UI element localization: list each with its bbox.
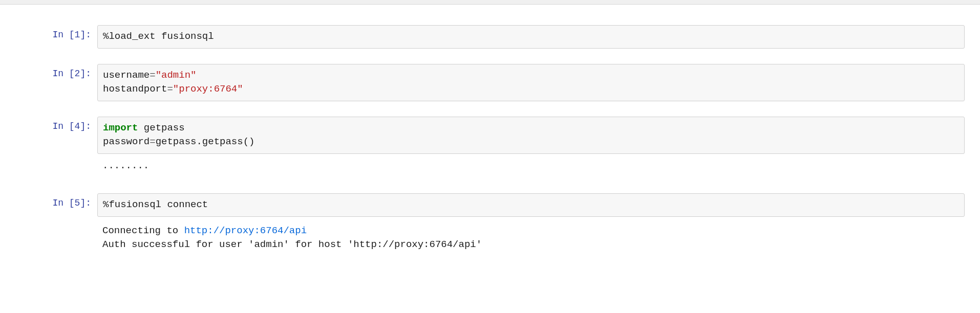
window-top-bar [0, 0, 980, 5]
output-text: ········ [97, 158, 965, 178]
input-prompt: In [5]: [41, 193, 97, 208]
output-cell: . Connecting to http://proxy:6764/api Au… [0, 221, 980, 255]
input-prompt: In [2]: [41, 64, 97, 79]
code-token-name: password [103, 136, 150, 147]
code-token-name: username [103, 70, 150, 81]
code-token-space [156, 31, 161, 42]
code-token-name: getpass [144, 122, 185, 133]
output-link[interactable]: http://proxy:6764/api [184, 225, 307, 236]
code-cell[interactable]: In [1]: %load_ext fusionsql [0, 25, 980, 49]
notebook-container: In [1]: %load_ext fusionsql In [2]: user… [0, 5, 980, 280]
code-input-area[interactable]: %load_ext fusionsql [97, 25, 965, 49]
code-token-op: = [150, 70, 155, 81]
code-input-area[interactable]: import getpass password=getpass.getpass(… [97, 117, 965, 154]
code-token-name: hostandport [103, 83, 167, 95]
code-input-area[interactable]: %fusionsql connect [97, 193, 965, 217]
code-token-op: = [167, 83, 173, 95]
code-cell[interactable]: In [4]: import getpass password=getpass.… [0, 117, 980, 154]
output-cell: . ········ [0, 158, 980, 178]
code-cell[interactable]: In [5]: %fusionsql connect [0, 193, 980, 217]
code-token-name: fusionsql [161, 31, 214, 42]
code-token-space [161, 199, 167, 210]
output-text: Connecting to http://proxy:6764/api Auth… [97, 221, 965, 255]
output-line-prefix: Connecting to [102, 225, 184, 236]
code-token-string: "proxy:6764" [173, 83, 243, 95]
input-prompt: In [1]: [41, 25, 97, 40]
code-token-magic: %fusionsql [103, 199, 161, 210]
code-token-magic: %load_ext [103, 31, 156, 42]
code-token-keyword: import [103, 122, 138, 133]
code-token-name: connect [167, 199, 208, 210]
code-cell[interactable]: In [2]: username="admin" hostandport="pr… [0, 64, 980, 101]
code-token-space [138, 122, 143, 133]
code-input-area[interactable]: username="admin" hostandport="proxy:6764… [97, 64, 965, 101]
input-prompt: In [4]: [41, 117, 97, 131]
code-token-op: = [150, 136, 155, 147]
code-token-string: "admin" [156, 70, 197, 81]
output-line: Auth successful for user 'admin' for hos… [102, 239, 482, 250]
code-token-name: getpass.getpass() [156, 136, 255, 147]
